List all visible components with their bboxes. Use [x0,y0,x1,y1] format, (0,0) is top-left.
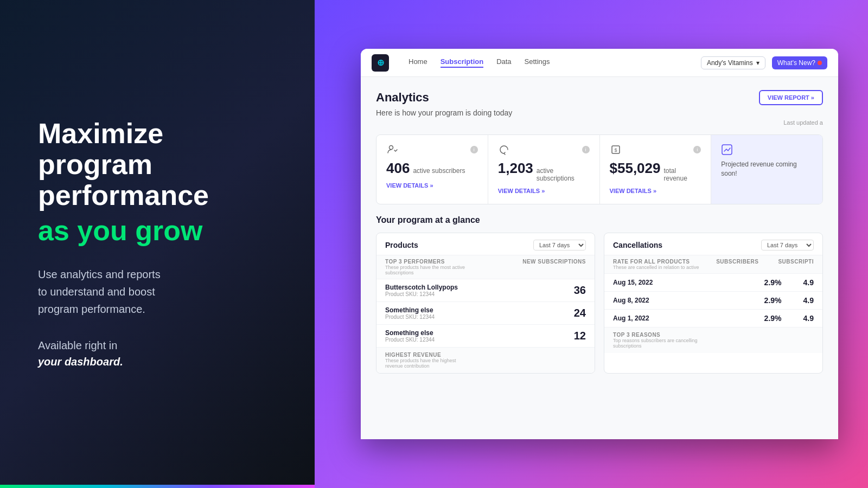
products-card: Products Last 7 days Last 30 days TOP 3 … [376,233,595,374]
rate-all-products-header: RATE FOR ALL PRODUCTS These are cancelle… [604,255,822,273]
view-details-revenue[interactable]: VIEW DETAILS » [610,188,657,194]
top3-reasons-footer: TOP 3 REASONS Top reasons subscribers ar… [604,327,822,353]
stat-active-subscribers: i 406 active subscribers VIEW DETAILS » [376,135,488,204]
cancel-row-3: Aug 1, 2022 2.9% 4.9 [604,309,822,327]
stats-row: i 406 active subscribers VIEW DETAILS » [376,134,823,204]
nav-settings[interactable]: Settings [525,57,550,68]
whats-new-button[interactable]: What's New? [772,56,827,69]
subscribers-number: 406 [386,160,410,177]
products-card-header: Products Last 7 days Last 30 days [376,233,595,255]
products-title: Products [385,241,418,249]
cancellations-title: Cancellations [613,241,662,249]
svg-text:$: $ [614,147,617,153]
product-row-3: Something else Product SKU: 12344 12 [376,324,595,347]
view-details-subscriptions[interactable]: VIEW DETAILS » [498,188,545,194]
nav-data[interactable]: Data [496,57,511,68]
headline-line2: program [38,149,152,180]
projected-icon [721,144,733,156]
notification-dot [818,61,822,65]
subtext: Use analytics and reportsto understand a… [38,266,277,318]
nav-right: Andy's Vitamins ▾ What's New? [701,56,827,69]
nav-home[interactable]: Home [409,57,427,68]
navbar: ⊕ Home Subscription Data Settings Andy's… [361,49,838,77]
highest-revenue-footer: HIGHEST REVENUE These products have the … [376,347,595,373]
top3-performers-header: TOP 3 PERFORMERS These products have the… [376,255,595,279]
analytics-title: Analytics [376,91,429,105]
content-area: Analytics VIEW REPORT » Here is how your… [361,77,838,439]
revenue-label: total revenue [663,167,701,182]
view-report-button[interactable]: VIEW REPORT » [759,90,823,105]
subscriptions-number: 1,203 [498,160,533,177]
stat-total-revenue: $ i $55,029 total revenue VIEW DETAILS » [600,135,712,204]
cancellations-card-header: Cancellations Last 7 days Last 30 days [604,233,822,255]
product-row-1: Butterscotch Lollypops Product SKU: 1234… [376,279,595,301]
subscriptions-label: active subscriptions [537,167,590,182]
subscribers-label: active subscribers [413,167,465,175]
headline-line3: performance [38,179,209,211]
dashboard-window: ⊕ Home Subscription Data Settings Andy's… [361,49,838,439]
product-row-2: Something else Product SKU: 12344 24 [376,301,595,324]
cancellations-card: Cancellations Last 7 days Last 30 days R… [604,233,823,374]
logo: ⊕ [372,54,389,72]
left-panel: Maximize program performance as you grow… [0,0,315,488]
cancel-row-2: Aug 8, 2022 2.9% 4.9 [604,291,822,309]
logo-icon: ⊕ [372,54,389,72]
view-details-subscribers[interactable]: VIEW DETAILS » [386,182,433,189]
store-select[interactable]: Andy's Vitamins ▾ [701,56,765,69]
chevron-down-icon: ▾ [756,59,760,67]
info-icon-3[interactable]: i [693,146,701,153]
svg-point-0 [390,146,393,150]
headline-accent: as you grow [38,215,277,246]
headline-line1: Maximize [38,118,163,149]
products-period-select[interactable]: Last 7 days Last 30 days [533,240,586,251]
cancellations-period-select[interactable]: Last 7 days Last 30 days [761,240,814,251]
right-panel: ⊕ Home Subscription Data Settings Andy's… [315,0,868,488]
program-subtitle: Here is how your program is doing today [376,108,823,117]
projected-text: Projected revenue coming soon! [721,160,813,178]
headline: Maximize program performance [38,118,277,211]
stat-projected-revenue: Projected revenue coming soon! [711,135,822,204]
glance-grid: Products Last 7 days Last 30 days TOP 3 … [376,233,823,374]
subscriptions-icon [498,144,510,156]
nav-subscription[interactable]: Subscription [441,57,483,68]
cancel-row-1: Aug 15, 2022 2.9% 4.9 [604,273,822,291]
info-icon-2[interactable]: i [582,146,590,153]
info-icon-1[interactable]: i [470,146,478,153]
subscribers-icon [386,144,398,156]
analytics-header: Analytics VIEW REPORT » [376,90,823,105]
stat-active-subscriptions: i 1,203 active subscriptions VIEW DETAIL… [488,135,600,204]
last-updated: Last updated a [376,119,823,126]
available-text: Available right in your dashboard. [38,337,277,370]
glance-title: Your program at a glance [376,215,823,225]
revenue-number: $55,029 [610,160,661,177]
nav-links: Home Subscription Data Settings [409,57,686,68]
revenue-icon: $ [610,144,622,156]
